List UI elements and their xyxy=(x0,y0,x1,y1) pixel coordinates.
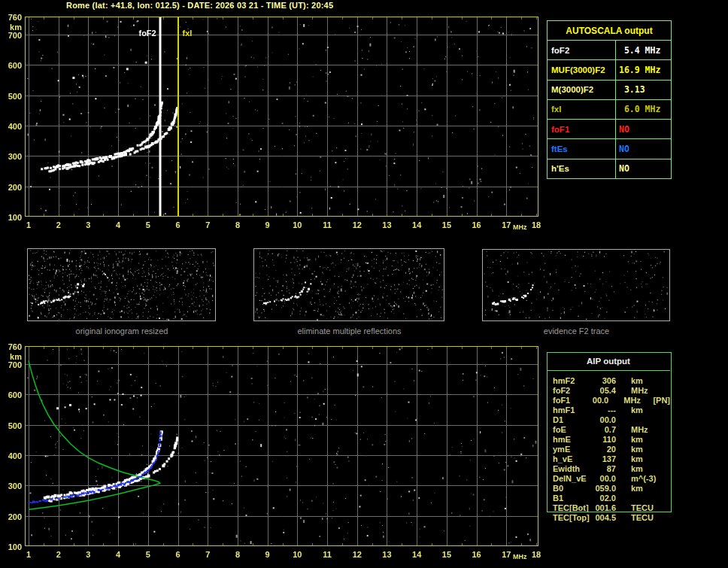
autoscala-param-label: foF1 xyxy=(548,120,616,138)
aip-unit: km xyxy=(616,376,663,385)
aip-row-tecbot: TEC[Bot]001.6TECU xyxy=(547,503,670,512)
aip-label: foE xyxy=(547,425,593,434)
aip-unit: km xyxy=(616,464,663,473)
aip-row-foe: foE0.7MHz xyxy=(547,424,670,434)
aip-row-tectop: TEC[Top]004.5TECU xyxy=(547,512,670,522)
aip-row-fof2: foF205.4MHz xyxy=(547,385,670,395)
aip-row-delnve: DelN_vE00.0m^(-3) xyxy=(547,473,670,483)
aip-label: ymE xyxy=(547,445,593,454)
aip-value: 004.5 xyxy=(593,513,616,522)
autoscala-param-value: NO xyxy=(616,159,671,178)
caption-evidence-f2-trace: evidence F2 trace xyxy=(482,327,671,336)
aip-label: hmF1 xyxy=(547,405,593,415)
aip-label: B0 xyxy=(547,484,593,493)
aip-row-hmf2: hmF2306km xyxy=(547,375,670,385)
thumbnail-evidence-f2-trace xyxy=(482,249,671,322)
autoscala-row-hes: h'EsNO xyxy=(548,159,671,178)
aip-value: 137 xyxy=(593,454,616,463)
aip-label: TEC[Bot] xyxy=(547,503,593,512)
thumbnail-original-ionogram xyxy=(27,248,217,322)
aip-row-b1: B102.0 xyxy=(547,493,670,503)
autoscala-param-value: NO xyxy=(616,139,671,158)
autoscala-row-fof1: foF1NO xyxy=(548,120,671,139)
autoscala-table-header: AUTOSCALA output xyxy=(548,21,671,41)
autoscala-param-value: 16.9 MHz xyxy=(616,60,671,79)
aip-value: 00.0 xyxy=(589,396,609,405)
aip-value: 001.6 xyxy=(593,503,616,512)
autoscala-param-value: NO xyxy=(616,120,671,138)
aip-row-yme: ymE20km xyxy=(547,444,670,454)
autoscala-output-table: AUTOSCALA output foF2 5.4 MHzMUF(3000)F2… xyxy=(547,20,672,179)
ionogram-bottom-chart xyxy=(0,342,543,567)
autoscala-param-label: h'Es xyxy=(548,159,616,178)
ionogram-top-chart xyxy=(0,12,543,238)
aip-output-table: AIP output hmF2306kmfoF205.4MHzfoF100.0M… xyxy=(547,352,670,522)
aip-unit: MHz xyxy=(608,396,651,405)
aip-row-hmf1: hmF1---km xyxy=(547,405,670,415)
aip-label: Ewidth xyxy=(547,464,593,473)
station-title: Rome (lat: +41.8, lon: 012.5) - DATE: 20… xyxy=(66,1,333,10)
autoscala-param-label: MUF(3000)F2 xyxy=(548,60,616,79)
aip-label: TEC[Top] xyxy=(547,513,593,522)
caption-eliminate-reflections: eliminate multiple reflections xyxy=(253,327,445,336)
aip-label: foF2 xyxy=(547,386,593,395)
aip-extra: [PN] xyxy=(651,396,670,405)
aip-unit: km xyxy=(616,435,663,444)
autoscala-param-label: fxI xyxy=(548,100,616,119)
aip-label: B1 xyxy=(547,494,593,503)
autoscala-row-fxi: fxI 6.0 MHz xyxy=(548,100,671,120)
aip-unit: km xyxy=(616,405,663,415)
aip-unit: TECU xyxy=(616,503,663,512)
aip-label: hmF2 xyxy=(547,376,593,385)
aip-value: 00.0 xyxy=(593,415,616,424)
aip-value: 20 xyxy=(593,445,616,454)
aip-row-hve: h_vE137km xyxy=(547,454,670,463)
aip-unit: TECU xyxy=(616,513,663,522)
aip-row-b0: B0059.0km xyxy=(547,483,670,493)
aip-value: 0.7 xyxy=(593,425,616,434)
aip-unit: km xyxy=(616,484,663,493)
aip-table-header: AIP output xyxy=(547,352,670,371)
autoscala-param-value: 5.4 MHz xyxy=(616,41,671,59)
autoscala-row-fof2: foF2 5.4 MHz xyxy=(548,41,671,60)
autoscala-app-window: { "title": "Rome (lat: +41.8, lon: 012.5… xyxy=(0,0,728,568)
thumbnail-eliminate-reflections xyxy=(253,248,445,322)
caption-original-ionogram: original ionogram resized xyxy=(27,327,217,336)
aip-value: 059.0 xyxy=(593,484,616,493)
autoscala-param-label: M(3000)F2 xyxy=(548,80,616,99)
aip-value: 05.4 xyxy=(593,386,616,395)
aip-unit: km xyxy=(616,445,663,454)
aip-row-ewidth: Ewidth87km xyxy=(547,463,670,473)
aip-value: 00.0 xyxy=(593,474,616,483)
aip-label: h_vE xyxy=(547,454,593,463)
autoscala-row-m3000f2: M(3000)F2 3.13 xyxy=(548,80,671,100)
autoscala-param-value: 6.0 MHz xyxy=(616,100,671,119)
aip-label: hmE xyxy=(547,435,593,444)
autoscala-row-ftes: ftEsNO xyxy=(548,139,671,159)
aip-unit: km xyxy=(616,454,663,463)
autoscala-table-body: foF2 5.4 MHzMUF(3000)F216.9 MHzM(3000)F2… xyxy=(548,41,671,178)
aip-label: D1 xyxy=(547,415,593,424)
aip-table-body: hmF2306kmfoF205.4MHzfoF100.0MHz[PN]hmF1-… xyxy=(547,371,670,522)
autoscala-param-label: foF2 xyxy=(548,41,616,59)
aip-row-hme: hmE110km xyxy=(547,434,670,444)
aip-unit: m^(-3) xyxy=(616,474,663,483)
aip-row-d1: D100.0 xyxy=(547,415,670,424)
aip-unit: MHz xyxy=(616,425,663,434)
aip-value: 306 xyxy=(593,376,616,385)
aip-label: foF1 xyxy=(547,396,589,405)
autoscala-param-value: 3.13 xyxy=(616,80,671,99)
aip-value: --- xyxy=(593,405,616,415)
aip-label: DelN_vE xyxy=(547,474,593,483)
aip-value: 87 xyxy=(593,464,616,473)
aip-value: 110 xyxy=(593,435,616,444)
aip-row-fof1: foF100.0MHz[PN] xyxy=(547,395,670,405)
aip-unit: MHz xyxy=(616,386,663,395)
aip-value: 02.0 xyxy=(593,494,616,503)
autoscala-row-muf3000f2: MUF(3000)F216.9 MHz xyxy=(548,60,671,80)
autoscala-param-label: ftEs xyxy=(548,139,616,158)
